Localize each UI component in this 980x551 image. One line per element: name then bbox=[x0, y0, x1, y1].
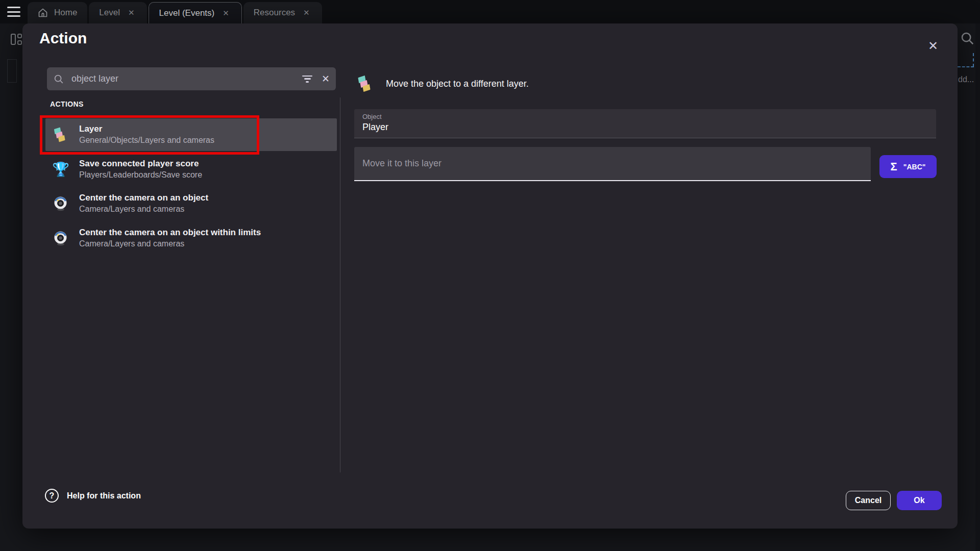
ok-button[interactable]: Ok bbox=[897, 491, 942, 510]
tab-label: Level bbox=[99, 8, 120, 18]
layer-field bbox=[354, 147, 871, 181]
help-link[interactable]: ? Help for this action bbox=[45, 489, 141, 503]
list-item-save-score[interactable]: 🏆 Save connected player score Players/Le… bbox=[45, 153, 337, 186]
layers-icon bbox=[54, 128, 68, 142]
webcam-icon bbox=[53, 230, 69, 246]
top-bar: Home Level ✕ Level (Events) ✕ Resources … bbox=[0, 0, 980, 23]
object-field-label: Object bbox=[362, 113, 928, 120]
tab-level[interactable]: Level ✕ bbox=[89, 2, 146, 23]
gdevelop-app: Home Level ✕ Level (Events) ✕ Resources … bbox=[0, 0, 980, 551]
filter-icon[interactable] bbox=[302, 76, 312, 83]
dialog-close-icon[interactable]: ✕ bbox=[924, 37, 942, 55]
tab-label: Home bbox=[54, 8, 77, 18]
selection-dashed-border bbox=[958, 66, 974, 67]
tab-close-icon[interactable]: ✕ bbox=[301, 7, 312, 18]
tab-close-icon[interactable]: ✕ bbox=[220, 8, 231, 19]
action-description-row: Move the object to a different layer. bbox=[357, 76, 529, 92]
tab-home[interactable]: Home bbox=[28, 2, 87, 23]
tab-level-events[interactable]: Level (Events) ✕ bbox=[149, 2, 242, 23]
selection-dashed-border bbox=[973, 53, 974, 67]
cancel-button[interactable]: Cancel bbox=[846, 491, 891, 510]
action-dialog: Action ✕ ✕ ACTIONS Layer General/Objects… bbox=[22, 23, 958, 529]
search-input[interactable] bbox=[71, 73, 302, 84]
background-panel-edge bbox=[7, 59, 17, 83]
list-item-subtitle: Camera/Layers and cameras bbox=[79, 239, 261, 249]
list-item-layer[interactable]: Layer General/Objects/Layers and cameras bbox=[45, 118, 337, 151]
list-item-title: Center the camera on an object bbox=[79, 192, 208, 204]
truncated-add-button[interactable]: dd... bbox=[958, 75, 974, 84]
help-label: Help for this action bbox=[67, 491, 141, 500]
tab-label: Level (Events) bbox=[159, 8, 215, 18]
list-item-title: Center the camera on an object within li… bbox=[79, 227, 261, 239]
layer-input[interactable] bbox=[362, 158, 863, 169]
layout-panels-icon[interactable] bbox=[11, 34, 23, 45]
hamburger-menu-icon[interactable] bbox=[7, 7, 20, 17]
expression-button-label: "ABC" bbox=[903, 163, 926, 171]
list-item-title: Save connected player score bbox=[79, 158, 202, 170]
clear-search-icon[interactable]: ✕ bbox=[322, 73, 330, 85]
editor-search-icon[interactable] bbox=[960, 31, 975, 46]
panel-divider bbox=[340, 97, 340, 472]
search-icon bbox=[53, 73, 64, 85]
object-field-value: Player bbox=[362, 122, 928, 133]
action-results-list: Layer General/Objects/Layers and cameras… bbox=[45, 118, 337, 256]
dialog-title: Action bbox=[39, 30, 87, 47]
list-item-center-camera[interactable]: Center the camera on an object Camera/La… bbox=[45, 187, 337, 220]
tab-label: Resources bbox=[254, 8, 295, 18]
help-question-icon: ? bbox=[45, 489, 59, 503]
tab-close-icon[interactable]: ✕ bbox=[126, 7, 137, 18]
list-item-subtitle: General/Objects/Layers and cameras bbox=[79, 135, 214, 146]
list-item-subtitle: Camera/Layers and cameras bbox=[79, 204, 208, 215]
expression-editor-button[interactable]: Σ "ABC" bbox=[879, 155, 937, 178]
layers-icon bbox=[357, 76, 374, 92]
list-item-title: Layer bbox=[79, 123, 214, 135]
sigma-icon: Σ bbox=[891, 160, 897, 173]
trophy-icon: 🏆 bbox=[52, 161, 69, 178]
home-icon bbox=[38, 8, 48, 18]
action-description: Move the object to a different layer. bbox=[386, 79, 529, 89]
actions-section-header: ACTIONS bbox=[50, 100, 84, 108]
webcam-icon bbox=[53, 195, 69, 212]
tab-bar: Home Level ✕ Level (Events) ✕ Resources … bbox=[28, 2, 322, 23]
action-search-bar: ✕ bbox=[47, 67, 336, 90]
tab-resources[interactable]: Resources ✕ bbox=[243, 2, 322, 23]
object-field[interactable]: Object Player bbox=[354, 109, 936, 138]
background-strip bbox=[975, 23, 980, 551]
list-item-center-camera-limits[interactable]: Center the camera on an object within li… bbox=[45, 222, 337, 255]
list-item-subtitle: Players/Leaderboards/Save score bbox=[79, 170, 202, 181]
